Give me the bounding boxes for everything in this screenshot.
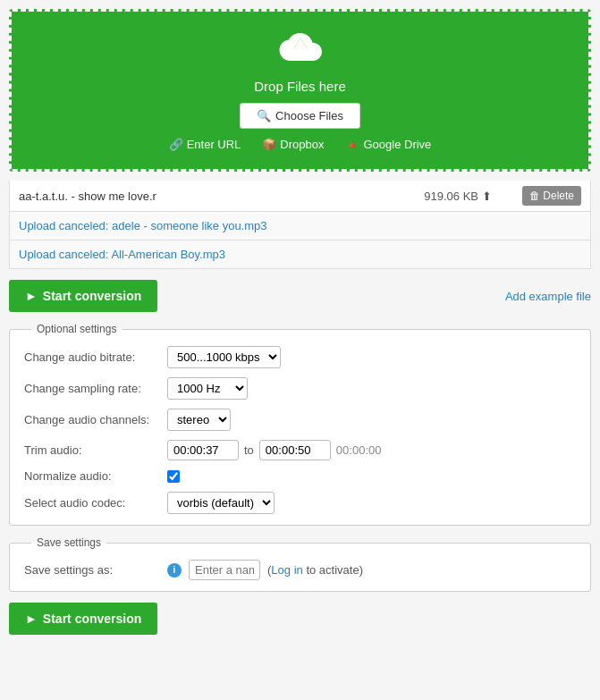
normalize-control bbox=[167, 470, 180, 483]
trim-row: Trim audio: to 00:00:00 bbox=[24, 440, 576, 460]
cloud-upload-icon bbox=[30, 30, 570, 73]
info-icon[interactable]: i bbox=[167, 563, 182, 578]
bitrate-label: Change audio bitrate: bbox=[24, 350, 158, 364]
save-settings-row: Save settings as: i (Log in to activate) bbox=[24, 560, 576, 580]
add-example-link[interactable]: Add example file bbox=[505, 290, 591, 303]
trim-to-label: to bbox=[244, 443, 254, 457]
codec-control: vorbis (default) mp3 aac flac bbox=[167, 492, 275, 514]
save-name-input[interactable] bbox=[189, 560, 260, 580]
trash-icon: 🗑 bbox=[529, 190, 540, 202]
codec-row: Select audio codec: vorbis (default) mp3… bbox=[24, 492, 576, 514]
save-settings-legend: Save settings bbox=[31, 536, 106, 549]
file-size: 919.06 KB ⬆ bbox=[424, 190, 513, 203]
google-drive-icon: 🔺 bbox=[345, 138, 359, 151]
google-drive-link[interactable]: 🔺 Google Drive bbox=[345, 138, 431, 151]
upload-canceled-1: Upload canceled: adele - someone like yo… bbox=[9, 212, 591, 240]
normalize-label: Normalize audio: bbox=[24, 469, 158, 483]
chevron-right-icon: ► bbox=[25, 289, 38, 303]
bitrate-control: 500...1000 kbps 128 kbps 192 kbps 256 kb… bbox=[167, 346, 281, 368]
upload-icon: ⬆ bbox=[482, 190, 492, 203]
link-icon: 🔗 bbox=[169, 138, 183, 151]
start-conversion-button-top[interactable]: ► Start conversion bbox=[9, 280, 157, 312]
choose-files-button[interactable]: 🔍 Choose Files bbox=[240, 103, 360, 129]
search-icon: 🔍 bbox=[257, 109, 271, 122]
channels-label: Change audio channels: bbox=[24, 413, 158, 426]
trim-to-input[interactable] bbox=[259, 440, 331, 460]
file-row: aa-t.a.t.u. - show me love.r 919.06 KB ⬆… bbox=[9, 181, 591, 212]
start-conversion-button-bottom[interactable]: ► Start conversion bbox=[9, 603, 157, 635]
channels-select[interactable]: stereo mono bbox=[167, 409, 231, 431]
optional-settings-legend: Optional settings bbox=[31, 323, 122, 335]
trim-control: to 00:00:00 bbox=[167, 440, 381, 460]
trim-label: Trim audio: bbox=[24, 443, 158, 457]
normalize-row: Normalize audio: bbox=[24, 469, 576, 483]
trim-from-input[interactable] bbox=[167, 440, 239, 460]
dropzone[interactable]: Drop Files here 🔍 Choose Files 🔗 Enter U… bbox=[9, 9, 591, 172]
sampling-label: Change sampling rate: bbox=[24, 382, 158, 395]
enter-url-link[interactable]: 🔗 Enter URL bbox=[169, 138, 241, 151]
channels-control: stereo mono bbox=[167, 409, 231, 431]
login-note: (Log in to activate) bbox=[267, 563, 363, 577]
save-settings-control: i (Log in to activate) bbox=[167, 560, 363, 580]
drop-text: Drop Files here bbox=[30, 79, 570, 94]
save-settings-label: Save settings as: bbox=[24, 563, 158, 577]
sampling-select[interactable]: 1000 Hz 8000 Hz 22050 Hz 44100 Hz 48000 … bbox=[167, 377, 248, 400]
bitrate-select[interactable]: 500...1000 kbps 128 kbps 192 kbps 256 kb… bbox=[167, 346, 281, 368]
normalize-checkbox[interactable] bbox=[167, 470, 180, 483]
chevron-right-icon-bottom: ► bbox=[25, 611, 38, 626]
file-name: aa-t.a.t.u. - show me love.r bbox=[19, 190, 415, 203]
bitrate-row: Change audio bitrate: 500...1000 kbps 12… bbox=[24, 346, 576, 368]
start-conversion-row: ► Start conversion Add example file bbox=[9, 280, 591, 312]
channels-row: Change audio channels: stereo mono bbox=[24, 409, 576, 431]
upload-canceled-2: Upload canceled: All-American Boy.mp3 bbox=[9, 240, 591, 269]
delete-button[interactable]: 🗑 Delete bbox=[522, 186, 581, 206]
codec-select[interactable]: vorbis (default) mp3 aac flac bbox=[167, 492, 275, 514]
dropzone-links: 🔗 Enter URL 📦 Dropbox 🔺 Google Drive bbox=[30, 138, 570, 151]
trim-duration: 00:00:00 bbox=[336, 443, 382, 457]
sampling-row: Change sampling rate: 1000 Hz 8000 Hz 22… bbox=[24, 377, 576, 400]
login-link[interactable]: Log in bbox=[271, 563, 302, 577]
codec-label: Select audio codec: bbox=[24, 496, 158, 510]
optional-settings-fieldset: Optional settings Change audio bitrate: … bbox=[9, 323, 591, 526]
sampling-control: 1000 Hz 8000 Hz 22050 Hz 44100 Hz 48000 … bbox=[167, 377, 248, 400]
save-settings-fieldset: Save settings Save settings as: i (Log i… bbox=[9, 536, 591, 592]
dropbox-icon: 📦 bbox=[262, 138, 276, 151]
dropbox-link[interactable]: 📦 Dropbox bbox=[262, 138, 324, 151]
